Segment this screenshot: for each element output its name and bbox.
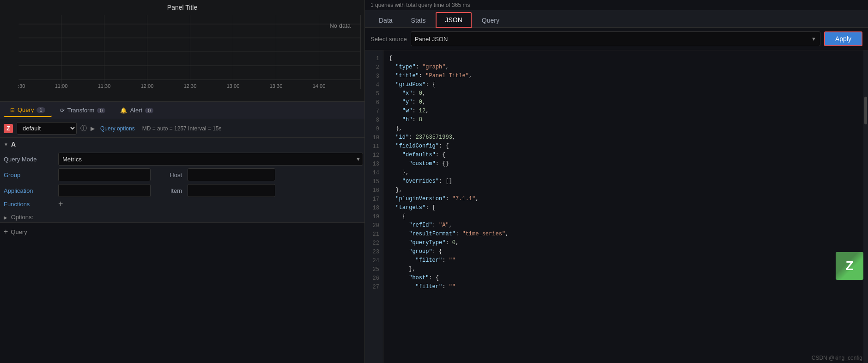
source-caret-icon: ▼ (811, 36, 816, 42)
line-num-9: 9 (365, 124, 383, 133)
code-line-22: "queryType": 0, (389, 239, 862, 247)
line-num-5: 5 (365, 89, 383, 98)
code-line-3: "title": "Panel Title", (389, 72, 862, 80)
tab-transform-label: Transform (67, 107, 95, 114)
code-line-14: }, (389, 168, 862, 177)
code-line-11: "fieldConfig": { (389, 142, 862, 151)
query-tabs: ⊟ Query 1 ⟳ Transform 0 🔔 Alert 0 (0, 102, 364, 119)
code-line-20: "refId": "A", (389, 221, 862, 230)
svg-text:12:00: 12:00 (141, 83, 154, 89)
line-num-20: 20 (365, 221, 383, 230)
svg-text:13:30: 13:30 (270, 83, 283, 89)
code-line-23: "group": { (389, 247, 862, 256)
add-query-row[interactable]: + Query (0, 223, 364, 240)
line-num-23: 23 (365, 247, 383, 256)
line-num-22: 22 (365, 239, 383, 247)
application-input[interactable] (58, 184, 151, 197)
line-num-25: 25 (365, 265, 383, 274)
line-num-11: 11 (365, 142, 383, 151)
code-line-21: "resultFormat": "time_series", (389, 230, 862, 239)
datasource-z-icon: Z (4, 124, 13, 133)
code-line-9: }, (389, 124, 862, 133)
info-icon[interactable]: ⓘ (80, 124, 87, 133)
source-label: Select source (370, 36, 407, 43)
line-num-2: 2 (365, 63, 383, 72)
tab-alert-badge: 0 (145, 108, 153, 113)
host-input[interactable] (188, 168, 275, 181)
line-num-6: 6 (365, 98, 383, 107)
code-line-8: "h": 8 (389, 116, 862, 124)
add-query-button[interactable]: + (4, 228, 8, 236)
code-line-24: "filter": "" (389, 256, 862, 265)
application-label: Application (4, 187, 55, 194)
line-num-15: 15 (365, 177, 383, 186)
code-line-27: "filter": "" (389, 283, 862, 291)
group-input[interactable] (58, 168, 151, 181)
line-num-4: 4 (365, 80, 383, 89)
tab-json[interactable]: JSON (436, 12, 471, 28)
tab-query-right[interactable]: Query (473, 13, 508, 27)
host-label: Host (154, 172, 182, 178)
no-data-label: No data (329, 22, 351, 29)
query-options-meta: MD = auto = 1257 Interval = 15s (142, 125, 222, 132)
datasource-row: Z default ⓘ ▶ Query options MD = auto = … (0, 119, 364, 138)
svg-text:14:00: 14:00 (313, 83, 326, 89)
code-line-18: "targets": [ (389, 203, 862, 212)
source-select-wrapper[interactable]: Panel JSON ▼ (411, 31, 820, 46)
svg-text:11:30: 11:30 (98, 83, 111, 89)
query-options-link[interactable]: Query options (100, 125, 135, 132)
apply-button[interactable]: Apply (824, 31, 862, 46)
app-item-row: Application Item (4, 184, 361, 197)
code-content[interactable]: { "type": "graph", "title": "Panel Title… (383, 50, 868, 363)
tab-alert[interactable]: 🔔 Alert 0 (114, 104, 160, 117)
scrollbar-thumb (864, 97, 867, 124)
line-num-13: 13 (365, 160, 383, 168)
tab-query-icon: ⊟ (10, 107, 15, 113)
group-label: Group (4, 172, 55, 178)
tab-stats[interactable]: Stats (403, 13, 434, 27)
options-label: Options: (11, 214, 33, 221)
query-mode-select[interactable]: Metrics (58, 153, 363, 166)
code-line-25: }, (389, 265, 862, 274)
code-line-5: "x": 0, (389, 89, 862, 98)
tab-data[interactable]: Data (370, 13, 401, 27)
code-line-2: "type": "graph", (389, 63, 862, 72)
section-a-label: A (11, 141, 16, 148)
svg-text:10:30: 10:30 (18, 83, 25, 89)
line-num-24: 24 (365, 256, 383, 265)
code-line-1: { (389, 54, 862, 63)
chevron-right-icon: ▶ (91, 125, 95, 132)
tab-transform-icon: ⟳ (60, 107, 65, 114)
tab-alert-icon: 🔔 (120, 107, 127, 114)
section-a-caret: ▼ (4, 142, 8, 147)
add-query-label: Query (11, 228, 27, 235)
code-line-15: "overrides": [] (389, 177, 862, 186)
left-panel: Panel Title No data 1.0 (0, 0, 365, 363)
source-select-area: Select source Panel JSON ▼ Apply (365, 28, 868, 50)
tab-transform[interactable]: ⟳ Transform 0 (54, 104, 112, 117)
line-num-21: 21 (365, 230, 383, 239)
item-input[interactable] (188, 184, 275, 197)
line-num-14: 14 (365, 168, 383, 177)
query-section-a-header[interactable]: ▼ A (0, 138, 364, 151)
datasource-select[interactable]: default (17, 122, 77, 135)
line-num-17: 17 (365, 195, 383, 203)
group-host-row: Group Host (4, 168, 361, 181)
chart-title: Panel Title (0, 0, 364, 13)
thumbnail-letter: Z (845, 258, 853, 273)
line-num-18: 18 (365, 203, 383, 212)
code-line-4: "gridPos": { (389, 80, 862, 89)
options-row[interactable]: ▶ Options: (0, 212, 364, 222)
svg-text:12:30: 12:30 (184, 83, 197, 89)
line-num-7: 7 (365, 107, 383, 116)
tab-query[interactable]: ⊟ Query 1 (4, 104, 52, 117)
tab-alert-label: Alert (130, 107, 142, 114)
right-scrollbar[interactable] (863, 50, 868, 363)
line-num-27: 27 (365, 283, 383, 291)
add-function-button[interactable]: + (58, 200, 63, 208)
code-line-19: { (389, 212, 862, 221)
line-num-10: 10 (365, 133, 383, 142)
code-line-6: "y": 0, (389, 98, 862, 107)
source-select-text: Panel JSON (415, 36, 811, 43)
query-mode-row: Query Mode Metrics ▼ (4, 153, 361, 166)
